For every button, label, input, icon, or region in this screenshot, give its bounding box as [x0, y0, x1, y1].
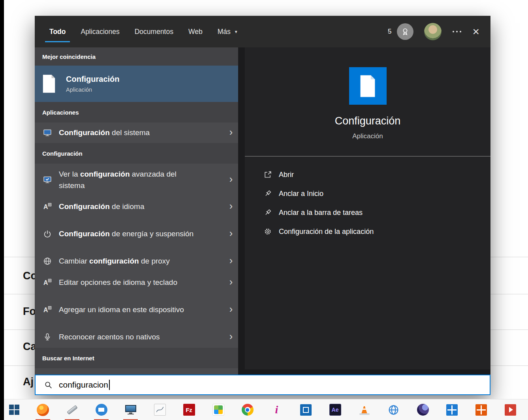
blue-window-app-icon[interactable] — [297, 399, 315, 420]
list-item[interactable]: Cambiar configuración de proxy › — [35, 250, 238, 272]
drawing-app-icon[interactable] — [151, 399, 169, 420]
action-label: Abrir — [279, 171, 294, 179]
action-open[interactable]: Abrir — [245, 165, 490, 184]
preview-title: Configuración — [245, 115, 490, 127]
eclipse-icon[interactable] — [414, 399, 432, 420]
preview-panel: Configuración Aplicación Abrir — [238, 47, 490, 375]
mail-app-icon[interactable] — [92, 399, 110, 420]
firefox-icon[interactable] — [34, 399, 52, 420]
list-item-label: Cambiar configuración de proxy — [59, 255, 194, 267]
list-item-label: Configuración de idioma — [59, 201, 194, 212]
search-input[interactable]: configuracion — [35, 375, 490, 395]
monitor-app-icon[interactable] — [122, 399, 139, 420]
windows-logo-icon — [9, 405, 19, 415]
preview-card: Configuración Aplicación Abrir — [245, 47, 490, 369]
globe-icon — [43, 256, 52, 266]
best-match-title: Configuración — [66, 75, 120, 84]
background-row-label: Aj — [23, 376, 34, 388]
chevron-right-icon[interactable]: › — [229, 256, 233, 267]
chevron-right-icon[interactable]: › — [229, 228, 233, 239]
list-item-label: Reconocer acentos no nativos — [59, 331, 194, 343]
list-item-label: Configuración del sistema — [59, 127, 194, 138]
chevron-right-icon[interactable]: › — [229, 127, 233, 138]
power-icon — [43, 229, 52, 239]
taskbar: Fz i Ae — [4, 399, 528, 420]
orange-grid-app-icon[interactable] — [472, 399, 490, 420]
tab-label: Documentos — [135, 28, 173, 36]
action-pin-taskbar[interactable]: Anclar a la barra de tareas — [245, 203, 490, 222]
chevron-right-icon[interactable]: › — [229, 201, 233, 212]
action-label: Anclar a la barra de tareas — [279, 209, 363, 217]
more-options-icon[interactable] — [456, 31, 458, 32]
rewards-medal-icon — [397, 23, 413, 40]
list-item[interactable]: A Agregar un idioma en este dispositivo … — [35, 293, 238, 326]
pinwheel-app-icon[interactable] — [209, 399, 227, 420]
user-avatar[interactable] — [424, 23, 442, 40]
chevron-right-icon[interactable]: › — [229, 331, 233, 343]
filezilla-icon[interactable]: Fz — [180, 399, 198, 420]
list-item[interactable]: Ver la configuración avanzada del sistem… — [35, 164, 238, 196]
blue-grid-app-icon[interactable] — [443, 399, 461, 420]
info-app-icon[interactable]: i — [268, 399, 286, 420]
header-right: 5 × — [388, 23, 479, 40]
open-external-icon — [263, 170, 272, 179]
action-label: Configuración de la aplicación — [279, 228, 374, 236]
background-row-label: Fo — [23, 305, 36, 318]
chevron-right-icon[interactable]: › — [229, 174, 233, 185]
action-pin-start[interactable]: Anclar a Inicio — [245, 184, 490, 203]
list-item-label: Ver la configuración avanzada del sistem… — [59, 168, 194, 192]
rewards-button[interactable]: 5 — [388, 23, 413, 40]
red-arrow-app-icon[interactable] — [502, 399, 519, 420]
app-tile-icon — [349, 67, 387, 105]
list-item-label: Editar opciones de idioma y teclado — [59, 277, 194, 288]
best-match-subtitle: Aplicación — [66, 87, 120, 93]
desktop-screen: Co Fo Ca Aj Todo Aplicaciones Documentos… — [0, 0, 528, 420]
preview-actions: Abrir Anclar a Inicio Ancl — [245, 165, 490, 241]
after-effects-icon[interactable]: Ae — [326, 399, 344, 420]
snipping-tool-icon[interactable] — [63, 399, 81, 420]
list-item[interactable]: Configuración del sistema › — [35, 122, 238, 143]
action-app-settings[interactable]: Configuración de la aplicación — [245, 222, 490, 241]
tab-label: Más — [218, 28, 231, 36]
vlc-icon[interactable] — [355, 399, 373, 420]
best-match-item[interactable]: Configuración Aplicación — [35, 66, 238, 102]
rewards-count: 5 — [388, 28, 391, 36]
tab-todo[interactable]: Todo — [49, 16, 66, 47]
list-item-label: Agregar un idioma en este dispositivo — [59, 304, 194, 315]
keyboard-language-icon: A — [43, 278, 52, 287]
tab-label: Aplicaciones — [81, 28, 119, 36]
section-header-best-match: Mejor coincidencia — [35, 47, 238, 66]
list-item[interactable]: A Configuración de idioma › — [35, 196, 238, 217]
gear-icon — [263, 227, 272, 236]
search-window: Todo Aplicaciones Documentos Web Más ▼ 5 — [35, 16, 490, 395]
pin-icon — [263, 208, 272, 217]
list-item[interactable]: Configuración de energía y suspensión › — [35, 217, 238, 250]
close-icon[interactable]: × — [472, 26, 479, 38]
list-item[interactable]: Reconocer acentos no nativos › — [35, 326, 238, 348]
tab-mas[interactable]: Más ▼ — [218, 16, 238, 47]
tab-web[interactable]: Web — [188, 16, 203, 47]
best-match-text: Configuración Aplicación — [66, 75, 120, 93]
list-item-label: Configuración de energía y suspensión — [59, 228, 194, 239]
microphone-icon — [43, 332, 52, 342]
chrome-icon[interactable] — [239, 399, 256, 420]
screen-edge-strip — [0, 0, 4, 420]
search-query-text: configuracion — [59, 380, 108, 390]
taskbar-icons: Fz i Ae — [34, 399, 528, 420]
tab-documentos[interactable]: Documentos — [135, 16, 173, 47]
chevron-right-icon[interactable]: › — [229, 304, 233, 315]
tab-aplicaciones[interactable]: Aplicaciones — [81, 16, 119, 47]
section-header-web: Buscar en Internet — [35, 348, 238, 368]
document-icon — [359, 75, 377, 97]
globe-app-icon[interactable] — [385, 399, 402, 420]
start-button[interactable] — [9, 399, 19, 420]
chevron-right-icon[interactable]: › — [229, 277, 233, 288]
document-icon — [41, 75, 56, 93]
search-header: Todo Aplicaciones Documentos Web Más ▼ 5 — [35, 16, 490, 47]
add-language-icon: A — [43, 305, 52, 315]
svg-text:A: A — [43, 307, 48, 313]
tab-label: Web — [188, 28, 203, 36]
preview-subtitle: Aplicación — [245, 132, 490, 140]
list-item[interactable]: A Editar opciones de idioma y teclado › — [35, 272, 238, 293]
advanced-system-icon — [43, 175, 52, 185]
